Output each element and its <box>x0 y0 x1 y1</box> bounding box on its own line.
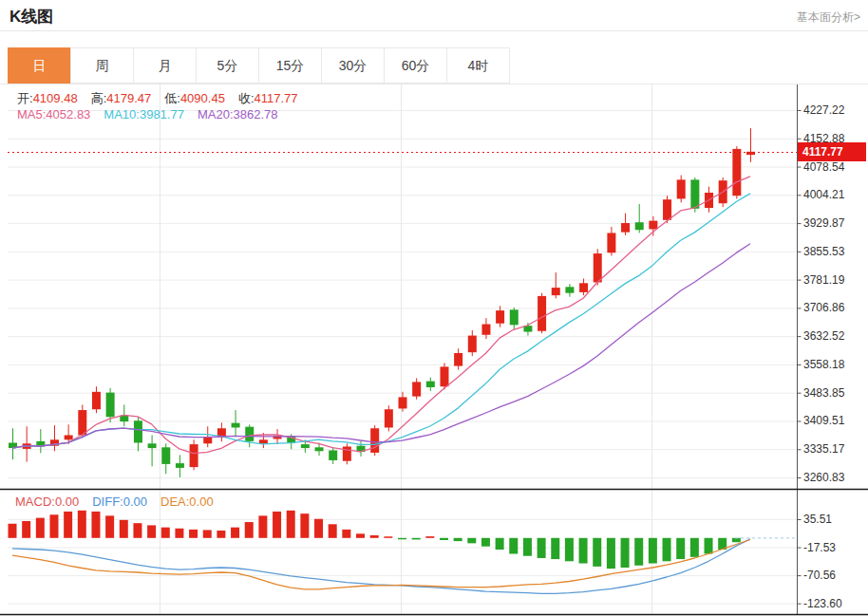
macd-bar <box>398 538 406 540</box>
macd-bar <box>147 525 156 537</box>
macd-bar <box>329 524 337 537</box>
macd-bar <box>607 538 615 569</box>
price-axis-label: 3855.53 <box>803 245 845 258</box>
candle-body <box>690 179 699 208</box>
candle-body <box>78 410 86 435</box>
legend-item: DIFF:0.00 <box>92 495 147 509</box>
macd-bar <box>481 538 490 547</box>
price-axis-label: 3483.85 <box>803 386 845 400</box>
candle-body <box>594 253 602 282</box>
macd-bar <box>258 515 267 537</box>
candle-body <box>148 443 157 448</box>
macd-bar <box>496 538 504 550</box>
macd-bar <box>300 513 309 538</box>
macd-bar <box>356 533 365 537</box>
candle-body <box>370 428 379 453</box>
macd-legend: MACD:0.00DIFF:0.00DEA:0.00 <box>15 495 227 509</box>
fundamental-analysis-link[interactable]: 基本面分析> <box>797 9 860 26</box>
candle-body <box>426 382 435 387</box>
candle-body <box>552 288 560 295</box>
macd-bar <box>732 538 741 542</box>
candle-body <box>315 447 324 451</box>
candle-body <box>538 296 546 331</box>
macd-bar <box>370 535 379 538</box>
tab-5分[interactable]: 5分 <box>196 47 259 84</box>
candle-body <box>176 463 184 468</box>
macd-bar <box>551 538 559 559</box>
legend-item: DEA:0.00 <box>160 495 214 509</box>
candle-body <box>649 221 657 230</box>
candle-body <box>259 439 268 443</box>
candle-body <box>161 447 170 464</box>
macd-bar <box>621 538 630 568</box>
legend-item: MACD:0.00 <box>15 495 79 509</box>
price-axis-label: 3260.83 <box>803 471 845 484</box>
macd-bar <box>273 512 281 538</box>
price-axis-label: 3558.18 <box>803 358 845 371</box>
candle-body <box>301 444 310 448</box>
macd-axis-label: -17.53 <box>803 541 836 554</box>
candle-body <box>398 397 406 408</box>
tab-月[interactable]: 月 <box>133 47 197 84</box>
tab-日[interactable]: 日 <box>8 47 71 84</box>
macd-bar <box>9 524 17 538</box>
macd-bar <box>467 538 476 544</box>
ma-legend: MA5:4052.83MA10:3981.77MA20:3862.78 <box>17 107 292 121</box>
macd-bar <box>509 538 518 554</box>
price-axis-label: 3335.17 <box>803 442 845 456</box>
macd-bar <box>287 511 295 538</box>
legend-item: MA5:4052.83 <box>17 107 90 121</box>
candle-body <box>92 392 101 409</box>
tabbar-divider <box>0 84 868 84</box>
macd-bar <box>663 538 671 562</box>
tab-30分[interactable]: 30分 <box>321 47 385 84</box>
page-title: K线图 <box>9 6 53 28</box>
macd-bar <box>523 538 532 556</box>
candle-body <box>134 420 142 442</box>
macd-bar <box>175 529 183 538</box>
legend-item: 低:4090.45 <box>164 91 225 105</box>
price-axis-label: 4227.22 <box>803 103 845 117</box>
macd-bar <box>203 530 212 537</box>
candle-body <box>663 199 671 220</box>
legend-item: 高:4179.47 <box>91 91 152 105</box>
candle-body <box>385 409 393 427</box>
candle-body <box>579 283 588 292</box>
price-axis-label: 4078.54 <box>803 160 845 174</box>
macd-bar <box>22 521 30 538</box>
legend-item: 开:4109.48 <box>17 91 78 105</box>
macd-bar <box>231 528 239 538</box>
macd-bar <box>217 531 225 538</box>
macd-bar <box>705 538 713 554</box>
tab-周[interactable]: 周 <box>70 47 134 84</box>
kline-page: 4227.224152.884078.544004.213929.873855.… <box>0 0 868 616</box>
candle-body <box>635 222 644 230</box>
candle-body <box>732 149 741 196</box>
tab-60分[interactable]: 60分 <box>384 47 447 84</box>
candle-body <box>190 444 198 467</box>
tab-15分[interactable]: 15分 <box>258 47 322 84</box>
candle-body <box>607 233 615 252</box>
price-axis-label: 4004.21 <box>803 188 845 201</box>
macd-bar <box>133 523 142 538</box>
macd-bar <box>440 538 448 540</box>
macd-bar <box>538 538 546 558</box>
candle-body <box>65 435 73 439</box>
legend-item: MA10:3981.77 <box>104 107 184 121</box>
macd-bar <box>634 538 643 566</box>
period-tab-bar: 日周月5分15分30分60分4时 <box>8 47 510 84</box>
macd-bar <box>64 512 72 538</box>
tab-4时[interactable]: 4时 <box>446 47 510 84</box>
price-axis-label: 3706.86 <box>803 301 845 314</box>
current-price-badge: 4117.77 <box>798 142 866 161</box>
legend-item: MA20:3862.78 <box>198 107 278 121</box>
macd-bar <box>454 538 462 541</box>
macd-bar <box>189 530 198 538</box>
legend-item: 收:4117.77 <box>238 91 298 105</box>
macd-bar <box>425 536 434 538</box>
macd-bar <box>49 514 58 538</box>
price-axis-label: 3632.52 <box>803 329 845 343</box>
candle-body <box>412 382 421 396</box>
macd-axis-label: -70.56 <box>803 569 836 582</box>
macd-axis-label: -123.60 <box>803 597 842 610</box>
